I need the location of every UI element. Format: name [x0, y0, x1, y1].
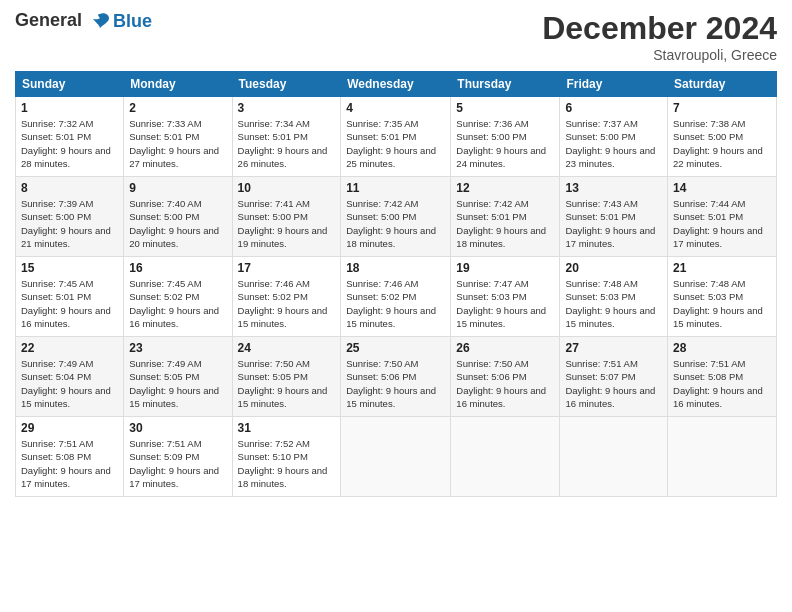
day-info: Sunrise: 7:51 AMSunset: 5:07 PMDaylight:…: [565, 357, 662, 410]
day-number: 10: [238, 181, 336, 195]
day-cell: [668, 417, 777, 497]
weekday-header-saturday: Saturday: [668, 72, 777, 97]
day-number: 22: [21, 341, 118, 355]
day-cell: 18Sunrise: 7:46 AMSunset: 5:02 PMDayligh…: [341, 257, 451, 337]
day-info: Sunrise: 7:45 AMSunset: 5:02 PMDaylight:…: [129, 277, 226, 330]
day-info: Sunrise: 7:45 AMSunset: 5:01 PMDaylight:…: [21, 277, 118, 330]
day-info: Sunrise: 7:38 AMSunset: 5:00 PMDaylight:…: [673, 117, 771, 170]
logo: General Blue: [15, 10, 152, 32]
day-info: Sunrise: 7:50 AMSunset: 5:05 PMDaylight:…: [238, 357, 336, 410]
day-info: Sunrise: 7:32 AMSunset: 5:01 PMDaylight:…: [21, 117, 118, 170]
day-info: Sunrise: 7:50 AMSunset: 5:06 PMDaylight:…: [456, 357, 554, 410]
day-number: 3: [238, 101, 336, 115]
day-number: 13: [565, 181, 662, 195]
day-cell: [451, 417, 560, 497]
day-number: 24: [238, 341, 336, 355]
day-info: Sunrise: 7:46 AMSunset: 5:02 PMDaylight:…: [238, 277, 336, 330]
day-cell: 27Sunrise: 7:51 AMSunset: 5:07 PMDayligh…: [560, 337, 668, 417]
location-subtitle: Stavroupoli, Greece: [542, 47, 777, 63]
day-number: 2: [129, 101, 226, 115]
day-cell: 21Sunrise: 7:48 AMSunset: 5:03 PMDayligh…: [668, 257, 777, 337]
weekday-header-friday: Friday: [560, 72, 668, 97]
day-cell: 12Sunrise: 7:42 AMSunset: 5:01 PMDayligh…: [451, 177, 560, 257]
day-number: 7: [673, 101, 771, 115]
day-number: 28: [673, 341, 771, 355]
month-year-title: December 2024: [542, 10, 777, 47]
day-info: Sunrise: 7:50 AMSunset: 5:06 PMDaylight:…: [346, 357, 445, 410]
day-number: 1: [21, 101, 118, 115]
calendar-header: SundayMondayTuesdayWednesdayThursdayFrid…: [16, 72, 777, 97]
day-cell: 5Sunrise: 7:36 AMSunset: 5:00 PMDaylight…: [451, 97, 560, 177]
day-cell: 26Sunrise: 7:50 AMSunset: 5:06 PMDayligh…: [451, 337, 560, 417]
day-number: 29: [21, 421, 118, 435]
day-cell: 13Sunrise: 7:43 AMSunset: 5:01 PMDayligh…: [560, 177, 668, 257]
day-cell: 3Sunrise: 7:34 AMSunset: 5:01 PMDaylight…: [232, 97, 341, 177]
logo-blue: Blue: [113, 11, 152, 32]
weekday-header-row: SundayMondayTuesdayWednesdayThursdayFrid…: [16, 72, 777, 97]
day-info: Sunrise: 7:39 AMSunset: 5:00 PMDaylight:…: [21, 197, 118, 250]
day-cell: 24Sunrise: 7:50 AMSunset: 5:05 PMDayligh…: [232, 337, 341, 417]
day-info: Sunrise: 7:34 AMSunset: 5:01 PMDaylight:…: [238, 117, 336, 170]
day-number: 19: [456, 261, 554, 275]
day-cell: 29Sunrise: 7:51 AMSunset: 5:08 PMDayligh…: [16, 417, 124, 497]
day-info: Sunrise: 7:49 AMSunset: 5:05 PMDaylight:…: [129, 357, 226, 410]
day-cell: 11Sunrise: 7:42 AMSunset: 5:00 PMDayligh…: [341, 177, 451, 257]
weekday-header-wednesday: Wednesday: [341, 72, 451, 97]
logo-general: General: [15, 10, 82, 30]
day-number: 14: [673, 181, 771, 195]
day-number: 16: [129, 261, 226, 275]
weekday-header-monday: Monday: [124, 72, 232, 97]
day-info: Sunrise: 7:43 AMSunset: 5:01 PMDaylight:…: [565, 197, 662, 250]
calendar-table: SundayMondayTuesdayWednesdayThursdayFrid…: [15, 71, 777, 497]
day-number: 31: [238, 421, 336, 435]
weekday-header-sunday: Sunday: [16, 72, 124, 97]
day-number: 17: [238, 261, 336, 275]
day-info: Sunrise: 7:40 AMSunset: 5:00 PMDaylight:…: [129, 197, 226, 250]
day-number: 21: [673, 261, 771, 275]
day-cell: 2Sunrise: 7:33 AMSunset: 5:01 PMDaylight…: [124, 97, 232, 177]
day-number: 4: [346, 101, 445, 115]
day-number: 25: [346, 341, 445, 355]
day-info: Sunrise: 7:48 AMSunset: 5:03 PMDaylight:…: [673, 277, 771, 330]
day-number: 30: [129, 421, 226, 435]
day-number: 11: [346, 181, 445, 195]
day-cell: 8Sunrise: 7:39 AMSunset: 5:00 PMDaylight…: [16, 177, 124, 257]
day-cell: 19Sunrise: 7:47 AMSunset: 5:03 PMDayligh…: [451, 257, 560, 337]
day-number: 27: [565, 341, 662, 355]
day-cell: 17Sunrise: 7:46 AMSunset: 5:02 PMDayligh…: [232, 257, 341, 337]
day-number: 23: [129, 341, 226, 355]
day-number: 5: [456, 101, 554, 115]
day-info: Sunrise: 7:52 AMSunset: 5:10 PMDaylight:…: [238, 437, 336, 490]
week-row-1: 1Sunrise: 7:32 AMSunset: 5:01 PMDaylight…: [16, 97, 777, 177]
day-number: 8: [21, 181, 118, 195]
day-number: 18: [346, 261, 445, 275]
week-row-4: 22Sunrise: 7:49 AMSunset: 5:04 PMDayligh…: [16, 337, 777, 417]
page: General Blue December 2024 Stavroupoli, …: [0, 0, 792, 612]
day-cell: 16Sunrise: 7:45 AMSunset: 5:02 PMDayligh…: [124, 257, 232, 337]
day-info: Sunrise: 7:46 AMSunset: 5:02 PMDaylight:…: [346, 277, 445, 330]
calendar-body: 1Sunrise: 7:32 AMSunset: 5:01 PMDaylight…: [16, 97, 777, 497]
day-cell: 10Sunrise: 7:41 AMSunset: 5:00 PMDayligh…: [232, 177, 341, 257]
day-cell: 7Sunrise: 7:38 AMSunset: 5:00 PMDaylight…: [668, 97, 777, 177]
day-info: Sunrise: 7:41 AMSunset: 5:00 PMDaylight:…: [238, 197, 336, 250]
day-info: Sunrise: 7:35 AMSunset: 5:01 PMDaylight:…: [346, 117, 445, 170]
day-cell: 1Sunrise: 7:32 AMSunset: 5:01 PMDaylight…: [16, 97, 124, 177]
day-cell: 22Sunrise: 7:49 AMSunset: 5:04 PMDayligh…: [16, 337, 124, 417]
logo-bird-icon: [89, 10, 111, 32]
day-number: 20: [565, 261, 662, 275]
day-info: Sunrise: 7:51 AMSunset: 5:08 PMDaylight:…: [21, 437, 118, 490]
day-info: Sunrise: 7:44 AMSunset: 5:01 PMDaylight:…: [673, 197, 771, 250]
day-cell: 9Sunrise: 7:40 AMSunset: 5:00 PMDaylight…: [124, 177, 232, 257]
header: General Blue December 2024 Stavroupoli, …: [15, 10, 777, 63]
day-info: Sunrise: 7:42 AMSunset: 5:01 PMDaylight:…: [456, 197, 554, 250]
day-cell: 30Sunrise: 7:51 AMSunset: 5:09 PMDayligh…: [124, 417, 232, 497]
day-number: 6: [565, 101, 662, 115]
week-row-5: 29Sunrise: 7:51 AMSunset: 5:08 PMDayligh…: [16, 417, 777, 497]
day-cell: 20Sunrise: 7:48 AMSunset: 5:03 PMDayligh…: [560, 257, 668, 337]
logo-text: General Blue: [15, 10, 152, 32]
day-cell: [560, 417, 668, 497]
day-number: 12: [456, 181, 554, 195]
day-info: Sunrise: 7:36 AMSunset: 5:00 PMDaylight:…: [456, 117, 554, 170]
day-number: 9: [129, 181, 226, 195]
day-info: Sunrise: 7:48 AMSunset: 5:03 PMDaylight:…: [565, 277, 662, 330]
